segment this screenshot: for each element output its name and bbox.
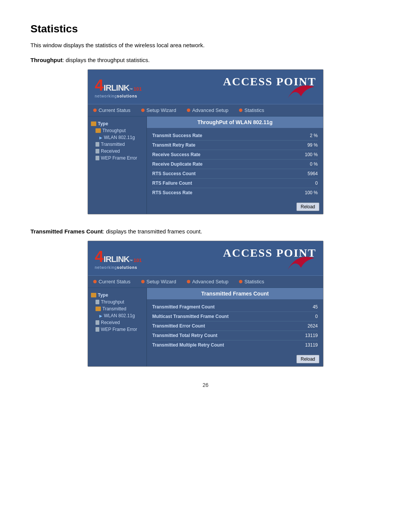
panel2-sidebar: Type Throughput Transmitted ▶ WLAN 802.1…: [88, 288, 147, 366]
stat-row: Transmit Retry Rate 99 %: [152, 141, 318, 150]
panel1: 4 IRLINK ™ 101 networkingsolutions Acces…: [88, 69, 323, 214]
panel2-stats-table: Transmitted Fragment Count 45 Multicast …: [147, 299, 323, 353]
sidebar-item: ▶ WLAN 802.11g: [91, 134, 143, 141]
stat-row: Multicast Transmitted Frame Count 0: [152, 312, 318, 321]
logo-text: 4 IRLINK ™ 101: [95, 77, 142, 93]
page-title: Statistics: [30, 23, 381, 35]
nav-advanced-setup-label: Advanced Setup: [192, 107, 228, 113]
nav-dot-icon: [187, 109, 190, 112]
stat-row: Transmitted Total Retry Count 13119: [152, 331, 318, 340]
nav-statistics[interactable]: Statistics: [239, 107, 264, 113]
stat-row: RTS Success Rate 100 %: [152, 188, 318, 197]
ap-swoosh-icon: [286, 85, 316, 100]
folder-open-icon: [96, 128, 101, 133]
stat-label: Transmitted Multiple Retry Count: [152, 342, 224, 348]
logo-name: IRLINK: [104, 254, 129, 264]
stat-value: 0: [295, 314, 318, 319]
nav-advanced-setup-label: Advanced Setup: [192, 279, 228, 284]
page-number: 26: [30, 382, 381, 388]
stat-label: RTS Success Rate: [152, 190, 192, 195]
panel2: 4 IRLINK ™ 101 networkingsolutions Acces…: [88, 241, 323, 367]
logo-tm: ™: [129, 88, 133, 91]
reload-button[interactable]: Reload: [296, 203, 319, 211]
stat-value: 5964: [295, 171, 318, 176]
panel2-reload-bar: Reload: [147, 353, 323, 366]
logo-subnumber: 101: [134, 257, 142, 263]
logo-tagline: networkingsolutions: [95, 265, 137, 270]
logo-number: 4: [95, 77, 104, 93]
panel1-main: ThroughPut of WLAN 802.11g Transmit Succ…: [147, 117, 323, 214]
stat-label: RTS Failure Count: [152, 181, 192, 186]
stat-value: 99 %: [295, 142, 318, 148]
nav-current-status-label: Current Status: [99, 107, 131, 113]
ap-swoosh-icon: [286, 256, 316, 272]
stat-row: Receive Success Rate 100 %: [152, 150, 318, 160]
ap-title-area: Access Point: [223, 75, 316, 100]
stat-row: Transmit Success Rate 2 %: [152, 131, 318, 141]
sidebar-item: Received: [91, 148, 143, 155]
nav-setup-wizard-label: Setup Wizard: [147, 279, 176, 284]
nav-dot-icon: [239, 109, 242, 112]
nav-current-status[interactable]: Current Status: [93, 279, 131, 284]
stat-label: Multicast Transmitted Frame Count: [152, 314, 229, 319]
sidebar-item: Received: [91, 319, 143, 326]
panel1-header: 4 IRLINK ™ 101 networkingsolutions Acces…: [88, 70, 323, 104]
nav-dot-icon: [93, 280, 97, 283]
sidebar-item: Type: [91, 120, 143, 127]
stat-value: 100 %: [295, 152, 318, 157]
nav-statistics-label: Statistics: [244, 279, 264, 284]
section1-label: Throughput: displays the throughput stat…: [30, 57, 381, 63]
panel1-reload-bar: Reload: [147, 200, 323, 214]
logo-text: 4 IRLINK ™ 101: [95, 249, 142, 265]
sidebar-item: Transmitted: [91, 141, 143, 148]
stat-value: 0 %: [295, 161, 318, 167]
nav-dot-icon: [93, 109, 97, 112]
nav-statistics[interactable]: Statistics: [239, 279, 264, 284]
sidebar-item: Transmitted: [91, 305, 143, 312]
logo-subnumber: 101: [134, 86, 142, 92]
stat-label: Transmit Retry Rate: [152, 142, 195, 148]
nav-dot-icon: [187, 280, 190, 283]
panel1-main-title: ThroughPut of WLAN 802.11g: [147, 117, 323, 128]
doc-icon: [96, 156, 99, 160]
logo-tagline: networkingsolutions: [95, 94, 137, 98]
folder-open-icon: [91, 293, 96, 297]
nav-advanced-setup[interactable]: Advanced Setup: [187, 107, 228, 113]
stat-row: RTS Failure Count 0: [152, 179, 318, 188]
nav-setup-wizard[interactable]: Setup Wizard: [141, 107, 176, 113]
stat-value: 2 %: [295, 133, 318, 138]
doc-icon: [96, 149, 99, 153]
logo-name: IRLINK: [104, 83, 129, 93]
stat-label: Transmit Success Rate: [152, 133, 202, 138]
doc-icon: [96, 300, 99, 304]
nav-setup-wizard[interactable]: Setup Wizard: [141, 279, 176, 284]
logo-tm: ™: [129, 259, 133, 263]
panel2-nav: Current Status Setup Wizard Advanced Set…: [88, 276, 323, 288]
stat-value: 13119: [295, 342, 318, 348]
sidebar-item: WEP Frame Error: [91, 155, 143, 161]
sidebar-item: Throughput: [91, 127, 143, 134]
stat-label: Transmitted Fragment Count: [152, 304, 215, 310]
nav-dot-icon: [239, 280, 242, 283]
stat-row: Receive Duplicate Rate 0 %: [152, 160, 318, 169]
sidebar-item: ▶ WLAN 802.11g: [91, 312, 143, 319]
folder-open-icon: [96, 307, 101, 311]
nav-advanced-setup[interactable]: Advanced Setup: [187, 279, 228, 284]
nav-setup-wizard-label: Setup Wizard: [147, 107, 176, 113]
intro-text: This window displays the statistics of t…: [30, 42, 381, 48]
panel2-main-title: Transmitted Frames Count: [147, 288, 323, 299]
sidebar-item: Type: [91, 292, 143, 299]
nav-current-status[interactable]: Current Status: [93, 107, 131, 113]
nav-current-status-label: Current Status: [99, 279, 131, 284]
logo-number: 4: [95, 249, 104, 265]
stat-row: RTS Success Count 5964: [152, 169, 318, 179]
reload-button[interactable]: Reload: [296, 355, 319, 363]
doc-icon: [96, 327, 99, 332]
sidebar-item: Throughput: [91, 299, 143, 305]
nav-statistics-label: Statistics: [244, 107, 264, 113]
stat-row: Transmitted Multiple Retry Count 13119: [152, 340, 318, 350]
stat-row: Transmitted Fragment Count 45: [152, 302, 318, 312]
panel2-main: Transmitted Frames Count Transmitted Fra…: [147, 288, 323, 366]
stat-value: 0: [295, 181, 318, 186]
panel1-nav: Current Status Setup Wizard Advanced Set…: [88, 104, 323, 117]
